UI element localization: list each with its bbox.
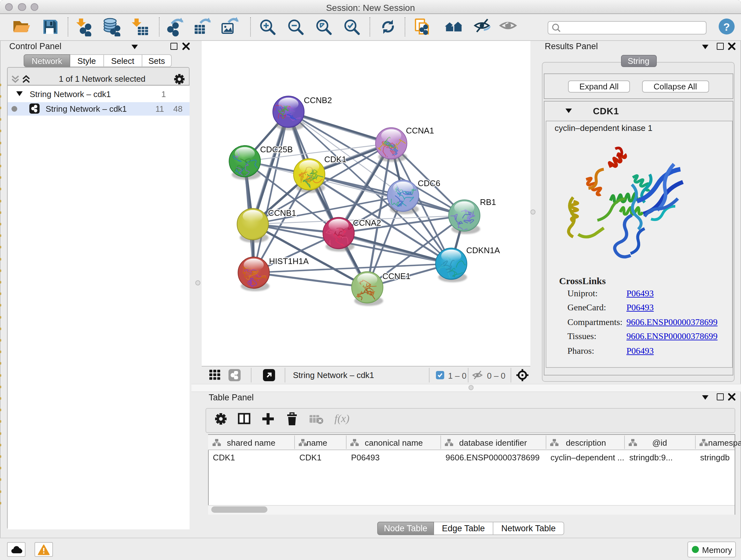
svg-text:CCNE1: CCNE1 <box>382 271 410 281</box>
svg-text:CDC6: CDC6 <box>418 179 441 188</box>
svg-text:CCNB1: CCNB1 <box>268 208 296 218</box>
svg-text:CDK1: CDK1 <box>324 154 346 164</box>
svg-text:CDKN1A: CDKN1A <box>466 246 500 255</box>
svg-text:CCNB2: CCNB2 <box>304 96 332 105</box>
svg-text:RB1: RB1 <box>480 197 496 207</box>
svg-text:CDC25B: CDC25B <box>260 145 293 154</box>
svg-text:HIST1H1A: HIST1H1A <box>269 256 309 266</box>
svg-text:CCNA2: CCNA2 <box>353 218 381 228</box>
svg-text:CCNA1: CCNA1 <box>406 126 434 135</box>
